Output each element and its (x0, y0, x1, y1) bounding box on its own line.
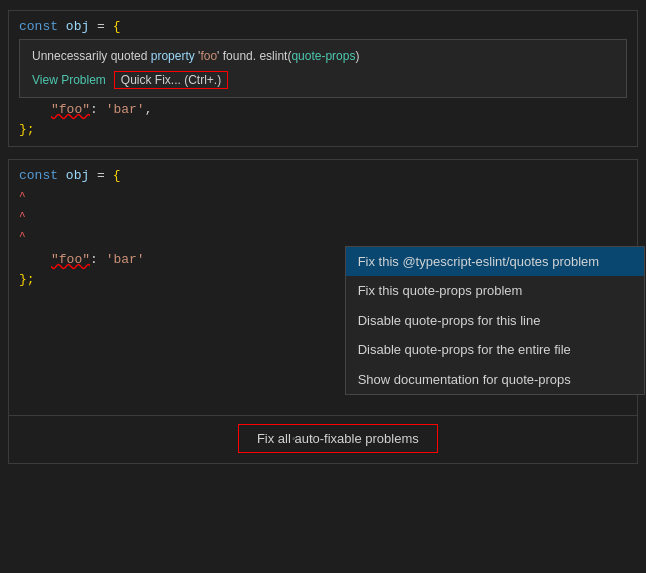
code-line-close: }; (19, 120, 627, 140)
fix-all-button[interactable]: Fix all auto-fixable problems (238, 424, 438, 453)
bar-val: 'bar' (106, 100, 145, 120)
bottom-foo-key: "foo" (51, 250, 90, 270)
eslint-rule-link[interactable]: quote-props (291, 49, 355, 63)
var-obj: obj (66, 17, 89, 37)
bottom-code-close-line: }; (19, 270, 145, 290)
bottom-code-foo-line: "foo" : 'bar' (19, 250, 145, 270)
quickfix-item-3[interactable]: Disable quote-props for the entire file (346, 335, 644, 365)
quickfix-item-0[interactable]: Fix this @typescript-eslint/quotes probl… (346, 247, 644, 277)
diagnostic-message: Unnecessarily quoted property 'foo' foun… (32, 48, 614, 65)
diagnostic-actions: View Problem Quick Fix... (Ctrl+.) (32, 71, 614, 89)
quickfix-item-2[interactable]: Disable quote-props for this line (346, 306, 644, 336)
brace-close: }; (19, 120, 35, 140)
gutter-mark-1: ^ (19, 186, 26, 206)
code-line-foo: "foo" : 'bar' , (19, 100, 627, 120)
bottom-code-foo-row: "foo" : 'bar' }; Fix this @typescript-es… (19, 250, 627, 396)
highlight-property: property (151, 49, 195, 63)
fix-all-area: · · Fix all auto-fixable problems (9, 415, 637, 463)
view-problem-button[interactable]: View Problem (32, 73, 106, 87)
top-panel: const obj = { Unnecessarily quoted prope… (8, 10, 638, 147)
bottom-empty-line-2: ^ (19, 206, 627, 226)
brace-open: { (113, 17, 121, 37)
foo-key: "foo" (51, 100, 90, 120)
gutter-mark-2: ^ (19, 206, 26, 226)
bottom-panel: const obj = { ^ ^ ^ "foo" : 'bar' (8, 159, 638, 465)
quick-fix-button[interactable]: Quick Fix... (Ctrl+.) (114, 71, 228, 89)
quickfix-item-1[interactable]: Fix this quote-props problem (346, 276, 644, 306)
quickfix-dropdown: Fix this @typescript-eslint/quotes probl… (345, 246, 645, 396)
bottom-bar-val: 'bar' (106, 250, 145, 270)
bottom-empty-line-1: ^ (19, 186, 627, 206)
code-line-1: const obj = { (19, 17, 627, 37)
scroll-dot-2: · (307, 429, 318, 449)
gutter-mark-3: ^ (19, 226, 26, 246)
quickfix-item-4[interactable]: Show documentation for quote-props (346, 365, 644, 395)
bottom-empty-line-3: ^ (19, 226, 627, 246)
diagnostic-tooltip: Unnecessarily quoted property 'foo' foun… (19, 39, 627, 98)
bottom-code-line-1: const obj = { (19, 166, 627, 186)
scroll-dot-1: · (288, 429, 299, 449)
highlight-foo: foo (200, 49, 217, 63)
keyword-const: const (19, 17, 58, 37)
